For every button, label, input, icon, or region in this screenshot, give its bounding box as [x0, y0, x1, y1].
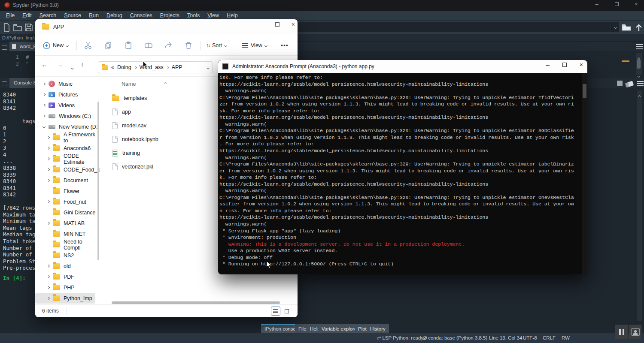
sidebar-item-music[interactable]: ♪Music	[35, 78, 100, 89]
editor-options-icon[interactable]	[636, 43, 643, 51]
large-icons-view-button[interactable]	[282, 307, 292, 316]
sidebar-item-matlab[interactable]: MATLAB	[35, 218, 100, 229]
menu-source[interactable]: Source	[61, 12, 85, 19]
sidebar-item-ns2[interactable]: NS2	[35, 250, 100, 261]
more-options-icon[interactable]: •••	[281, 39, 289, 51]
breadcrumb-app[interactable]: APP	[172, 64, 182, 70]
breadcrumb-doing[interactable]: Doing	[117, 64, 131, 70]
view-icon	[242, 43, 248, 48]
sidebar-item-windows-c[interactable]: Windows (C:)	[35, 111, 100, 121]
details-view-button[interactable]	[271, 307, 280, 316]
sidebar-item-anaconda6[interactable]: Anaconda6	[35, 143, 100, 153]
menu-tools[interactable]: Tools	[184, 12, 203, 19]
menu-view[interactable]: View	[204, 12, 222, 19]
forward-icon[interactable]: →	[57, 61, 63, 68]
screen: Spyder (Python 3.8) – × File Edit Search…	[0, 0, 644, 343]
spyder-titlebar: Spyder (Python 3.8) – ×	[0, 0, 644, 11]
sidebar-item-document[interactable]: Document	[35, 175, 100, 186]
breadcrumb-separator-icon[interactable]	[166, 66, 169, 69]
sidebar-item-gini-distance[interactable]: Gini Distance	[35, 207, 100, 218]
explorer-minimize-button[interactable]: –	[260, 21, 263, 28]
sidebar-item-min-net[interactable]: MIN NET	[35, 229, 100, 239]
browse-directory-icon[interactable]	[621, 22, 632, 33]
menu-search[interactable]: Search	[36, 12, 60, 19]
sidebar-item-pdf[interactable]: PDF	[35, 271, 100, 282]
sidebar-item-a-framework-to[interactable]: A Framework to	[35, 132, 100, 143]
pause-recording-button[interactable]	[615, 325, 628, 339]
sidebar-item-pictures[interactable]: ▲Pictures	[35, 89, 100, 100]
menu-help[interactable]: Help	[223, 12, 241, 19]
menu-edit[interactable]: Edit	[19, 12, 35, 19]
sidebar-item-php[interactable]: PHP	[35, 282, 100, 293]
sidebar-item-need-to-comptl[interactable]: Need to Comptl	[35, 239, 100, 250]
menu-projects[interactable]: Projects	[157, 12, 183, 19]
open-file-icon[interactable]	[12, 22, 23, 33]
folder-icon	[53, 145, 60, 151]
sidebar-item-old[interactable]: old	[35, 261, 100, 271]
paste-icon[interactable]	[124, 39, 133, 51]
spyder-maximize-button[interactable]	[612, 1, 621, 7]
up-icon[interactable]: ↑	[81, 61, 84, 68]
column-header-name[interactable]: Name	[122, 81, 136, 87]
working-directory-dropdown[interactable]	[611, 22, 619, 32]
rename-icon[interactable]	[144, 39, 153, 51]
new-file-icon[interactable]	[1, 22, 12, 33]
sidebar-item-food-nut[interactable]: Food_nut	[35, 196, 100, 207]
menu-file[interactable]: File	[3, 12, 18, 19]
sidebar-item-new-volume-d[interactable]: New Volume (D:)	[35, 121, 100, 132]
sort-button[interactable]: ↑↓ Sort	[206, 39, 227, 51]
folder-icon	[53, 135, 60, 140]
editor-scrollbar-thumb[interactable]	[637, 59, 641, 69]
console-options-icon[interactable]	[637, 80, 644, 88]
terminal-output[interactable]: isk. For more info please refer to: http…	[218, 73, 582, 274]
address-dropdown-icon[interactable]	[207, 64, 209, 70]
terminal-close-button[interactable]: ×	[580, 61, 583, 68]
folder-icon	[53, 178, 60, 183]
terminal-maximize-button[interactable]	[562, 61, 567, 68]
console-scrollbar[interactable]	[636, 90, 643, 322]
person-picture-icon	[631, 328, 640, 336]
address-bar[interactable]: « Doing Word_ass APP	[98, 61, 213, 73]
terminal-scrollbar-thumb[interactable]	[583, 84, 586, 98]
webcam-overlay-button[interactable]	[629, 325, 642, 339]
back-icon[interactable]: ←	[41, 61, 48, 68]
spyder-window-title: Spyder (Python 3.8)	[13, 2, 59, 8]
sidebar-item-python-imp[interactable]: Python_Imp	[35, 293, 95, 304]
menu-consoles[interactable]: Consoles	[127, 12, 156, 19]
menu-debug[interactable]: Debug	[103, 12, 126, 19]
sort-ascending-icon[interactable]	[164, 78, 167, 86]
console-pane-icon[interactable]	[2, 80, 7, 88]
clear-console-icon[interactable]	[626, 81, 633, 88]
spyder-minimize-button[interactable]: –	[592, 1, 601, 7]
view-button[interactable]: View	[242, 39, 267, 51]
sidebar-item-code-food-cal[interactable]: CODE_Food_cal	[35, 164, 100, 175]
tab-history[interactable]: History	[367, 324, 389, 333]
interrupt-kernel-icon[interactable]	[617, 80, 623, 88]
explorer-statusbar: 6 items	[35, 304, 298, 317]
editor-pane-icon[interactable]	[2, 44, 7, 51]
editor-scrollbar[interactable]	[635, 53, 642, 75]
sidebar-scrollbar[interactable]	[97, 102, 99, 260]
sidebar-item-flower[interactable]: Flower	[35, 186, 100, 196]
parent-directory-icon[interactable]	[634, 22, 644, 33]
save-icon[interactable]	[24, 22, 34, 33]
recent-locations-icon[interactable]	[71, 63, 73, 70]
menu-run[interactable]: Run	[85, 12, 102, 19]
explorer-close-button[interactable]: ×	[292, 21, 295, 28]
new-button[interactable]: New	[43, 39, 68, 51]
sidebar-item-videos[interactable]: ▶Videos	[35, 100, 100, 111]
delete-icon[interactable]	[184, 39, 193, 51]
sidebar-item-code-estimate[interactable]: CODE Estimate	[35, 153, 100, 164]
spyder-close-button[interactable]: ×	[632, 1, 641, 7]
cut-icon[interactable]	[83, 39, 93, 51]
folder-icon	[53, 242, 60, 247]
line-numbers: 1 2	[0, 54, 19, 67]
terminal-minimize-button[interactable]: –	[546, 61, 550, 68]
copy-icon[interactable]	[103, 39, 113, 51]
horizontal-scrollbar[interactable]	[112, 301, 280, 304]
explorer-maximize-button[interactable]	[275, 21, 279, 28]
breadcrumb-separator-icon[interactable]	[134, 66, 137, 69]
share-icon[interactable]	[164, 39, 173, 51]
breadcrumb-prefix[interactable]: «	[111, 64, 114, 70]
terminal-scrollbar[interactable]	[582, 73, 587, 274]
